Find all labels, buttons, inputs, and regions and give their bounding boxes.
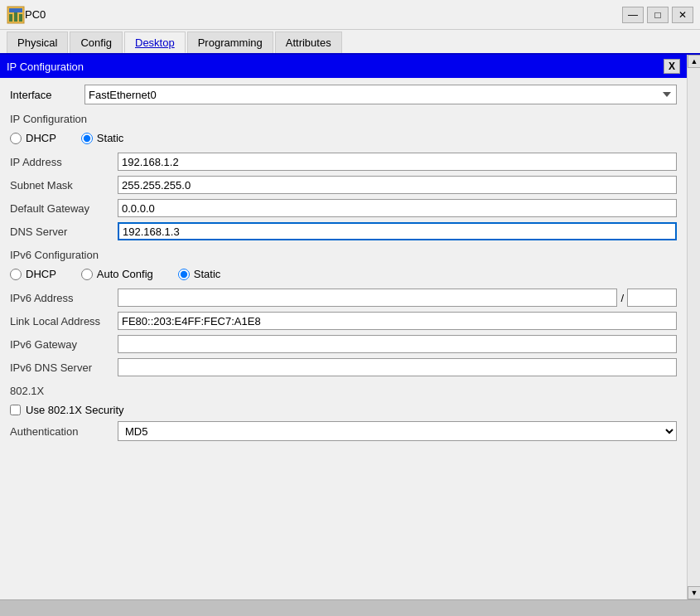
tab-desktop[interactable]: Desktop — [124, 32, 186, 53]
panel-content: Interface FastEthernet0 IP Configuration… — [0, 78, 687, 453]
bottom-bar — [0, 599, 700, 616]
ipv6-dns-server-input[interactable] — [118, 358, 677, 376]
app-icon — [7, 6, 25, 24]
tab-attributes[interactable]: Attributes — [275, 32, 342, 53]
scroll-track — [688, 68, 700, 586]
authentication-row: Authentication MD5 — [10, 421, 677, 441]
subnet-mask-label: Subnet Mask — [10, 179, 118, 192]
dhcp-radio-item[interactable]: DHCP — [10, 132, 56, 144]
use-security-checkbox[interactable] — [10, 405, 21, 415]
link-local-address-label: Link Local Address — [10, 315, 118, 327]
static-label: Static — [97, 132, 124, 144]
ip-address-input[interactable] — [118, 153, 677, 171]
authentication-label: Authentication — [10, 425, 118, 438]
window-controls: — □ ✕ — [622, 7, 693, 23]
dns-server-input[interactable] — [118, 222, 677, 240]
content-area: IP Configuration X Interface FastEtherne… — [0, 55, 700, 599]
svg-rect-4 — [9, 8, 22, 12]
maximize-button[interactable]: □ — [647, 7, 669, 23]
dot1x-section-label: 802.1X — [10, 385, 677, 397]
main-panel: IP Configuration X Interface FastEtherne… — [0, 55, 687, 599]
ipv6-prefix-input[interactable] — [627, 289, 677, 307]
tab-bar: Physical Config Desktop Programming Attr… — [0, 30, 700, 55]
dhcp-label: DHCP — [26, 132, 56, 144]
use-security-label: Use 802.1X Security — [26, 404, 124, 416]
interface-select[interactable]: FastEthernet0 — [84, 85, 677, 104]
ipv6-dns-server-label: IPv6 DNS Server — [10, 361, 118, 374]
use-security-row: Use 802.1X Security — [10, 404, 677, 416]
dns-server-row: DNS Server — [10, 222, 677, 240]
scroll-up-button[interactable]: ▲ — [688, 55, 700, 68]
ipv6-dns-server-row: IPv6 DNS Server — [10, 358, 677, 376]
ipv6-dhcp-radio-item[interactable]: DHCP — [10, 268, 56, 280]
ipv6-dhcp-label: DHCP — [26, 268, 56, 280]
ip-config-header: IP Configuration X — [0, 55, 687, 78]
ipv6-gateway-input[interactable] — [118, 335, 677, 353]
ip-config-section-label: IP Configuration — [10, 113, 677, 125]
ipv6-static-label: Static — [194, 268, 221, 280]
dhcp-radio[interactable] — [10, 133, 22, 144]
ipv6-address-label: IPv6 Address — [10, 292, 118, 304]
slash-separator: / — [617, 292, 627, 304]
subnet-mask-input[interactable] — [118, 176, 677, 194]
ipv6-gateway-label: IPv6 Gateway — [10, 338, 118, 351]
ipv6-gateway-row: IPv6 Gateway — [10, 335, 677, 353]
scrollbar: ▲ ▼ — [687, 55, 700, 599]
link-local-address-row: Link Local Address — [10, 312, 677, 330]
ip-mode-radio-group: DHCP Static — [10, 132, 677, 144]
svg-rect-3 — [19, 14, 22, 22]
ipv6-auto-config-label: Auto Config — [97, 268, 153, 280]
close-window-button[interactable]: ✕ — [672, 7, 693, 23]
subnet-mask-row: Subnet Mask — [10, 176, 677, 194]
ipv6-static-radio[interactable] — [178, 269, 190, 280]
title-bar: PC0 — □ ✕ — [0, 0, 700, 30]
window-title: PC0 — [25, 8, 622, 21]
svg-rect-1 — [9, 14, 12, 22]
interface-row: Interface FastEthernet0 — [10, 85, 677, 104]
tab-programming[interactable]: Programming — [187, 32, 273, 53]
tab-config[interactable]: Config — [70, 32, 123, 53]
interface-label: Interface — [10, 89, 76, 101]
default-gateway-input[interactable] — [118, 199, 677, 217]
ipv6-auto-config-radio-item[interactable]: Auto Config — [81, 268, 153, 280]
ipv6-dhcp-radio[interactable] — [10, 269, 22, 280]
ipv6-address-input[interactable] — [118, 289, 617, 307]
authentication-select[interactable]: MD5 — [118, 421, 677, 441]
ipv6-static-radio-item[interactable]: Static — [178, 268, 221, 280]
ip-address-row: IP Address — [10, 153, 677, 171]
ipv6-config-section-label: IPv6 Configuration — [10, 249, 677, 261]
main-window: PC0 — □ ✕ Physical Config Desktop Progra… — [0, 0, 700, 616]
static-radio[interactable] — [81, 133, 93, 144]
scroll-down-button[interactable]: ▼ — [688, 586, 700, 599]
ip-config-close-button[interactable]: X — [664, 59, 680, 74]
minimize-button[interactable]: — — [622, 7, 644, 23]
dns-server-label: DNS Server — [10, 226, 118, 238]
ip-address-label: IP Address — [10, 156, 118, 168]
ipv6-mode-radio-group: DHCP Auto Config Static — [10, 268, 677, 280]
svg-rect-2 — [14, 12, 17, 22]
default-gateway-label: Default Gateway — [10, 202, 118, 215]
link-local-address-input[interactable] — [118, 312, 677, 330]
static-radio-item[interactable]: Static — [81, 132, 124, 144]
default-gateway-row: Default Gateway — [10, 199, 677, 217]
tab-physical[interactable]: Physical — [7, 32, 68, 53]
ipv6-auto-config-radio[interactable] — [81, 269, 93, 280]
ip-config-title: IP Configuration — [7, 61, 84, 73]
ipv6-address-row: IPv6 Address / — [10, 289, 677, 307]
